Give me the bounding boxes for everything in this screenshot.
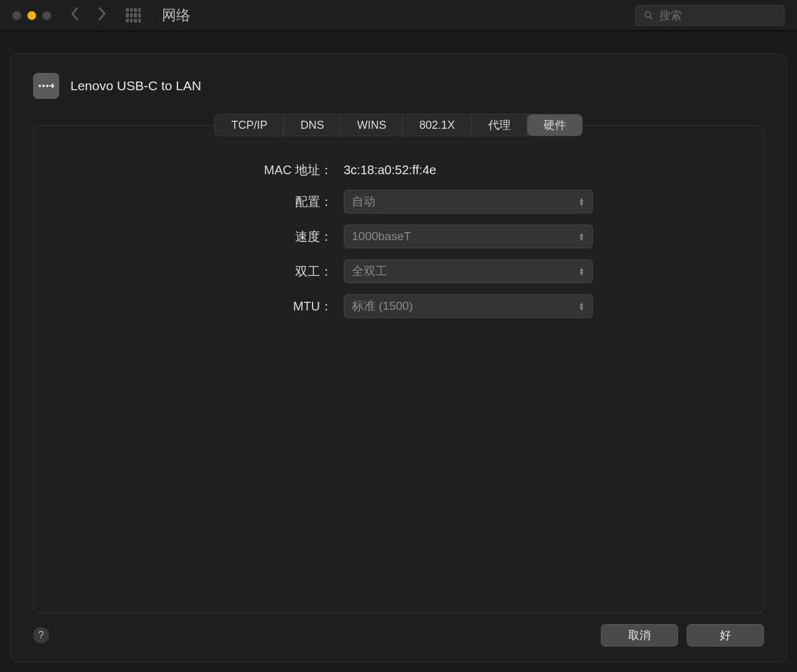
ok-button[interactable]: 好 <box>687 624 764 646</box>
svg-point-4 <box>46 85 49 87</box>
tab-proxy[interactable]: 代理 <box>472 114 527 136</box>
tab-dns[interactable]: DNS <box>284 114 341 136</box>
tab-tcpip[interactable]: TCP/IP <box>215 114 284 136</box>
svg-point-0 <box>645 12 651 17</box>
zoom-window-button[interactable] <box>42 11 51 20</box>
footer: ? 取消 好 <box>33 624 764 646</box>
close-window-button[interactable] <box>12 11 21 20</box>
search-placeholder: 搜索 <box>659 8 682 23</box>
settings-panel: Lenovo USB-C to LAN TCP/IP DNS WINS 802.… <box>10 54 787 662</box>
svg-line-1 <box>650 17 653 19</box>
mtu-select[interactable]: 标准 (1500) ▲▼ <box>344 294 593 318</box>
speed-select[interactable]: 1000baseT ▲▼ <box>344 225 593 248</box>
updown-icon: ▲▼ <box>578 267 585 276</box>
window-title: 网络 <box>162 6 635 25</box>
mtu-label: MTU： <box>59 298 332 315</box>
help-button[interactable]: ? <box>33 627 49 643</box>
cancel-button[interactable]: 取消 <box>601 624 678 646</box>
svg-point-2 <box>39 85 41 87</box>
forward-button[interactable] <box>97 6 107 24</box>
tab-wins[interactable]: WINS <box>341 114 403 136</box>
updown-icon: ▲▼ <box>578 302 585 310</box>
tab-content: MAC 地址： 3c:18:a0:52:ff:4e 配置： 自动 ▲▼ 速度： … <box>33 125 764 613</box>
device-name: Lenovo USB-C to LAN <box>70 78 201 93</box>
updown-icon: ▲▼ <box>578 232 585 241</box>
show-all-button[interactable] <box>126 8 141 23</box>
speed-value: 1000baseT <box>352 230 411 243</box>
title-bar: 网络 搜索 <box>0 0 797 31</box>
minimize-window-button[interactable] <box>27 11 36 20</box>
mtu-value: 标准 (1500) <box>352 298 413 314</box>
tabs: TCP/IP DNS WINS 802.1X 代理 硬件 <box>214 114 582 136</box>
configure-label: 配置： <box>59 194 332 210</box>
duplex-label: 双工： <box>59 263 332 280</box>
search-input[interactable]: 搜索 <box>635 5 785 26</box>
nav-arrows <box>70 6 107 24</box>
mac-address-value: 3c:18:a0:52:ff:4e <box>344 163 436 177</box>
tab-hardware[interactable]: 硬件 <box>527 114 582 136</box>
svg-point-3 <box>42 85 45 87</box>
tab-8021x[interactable]: 802.1X <box>403 114 471 136</box>
device-header: Lenovo USB-C to LAN <box>33 73 764 99</box>
updown-icon: ▲▼ <box>578 197 585 206</box>
search-icon <box>643 10 654 21</box>
configure-select[interactable]: 自动 ▲▼ <box>344 190 593 213</box>
duplex-value: 全双工 <box>352 263 387 279</box>
traffic-lights <box>12 11 51 20</box>
duplex-select[interactable]: 全双工 ▲▼ <box>344 259 593 283</box>
back-button[interactable] <box>70 6 80 24</box>
mac-address-label: MAC 地址： <box>59 162 332 179</box>
configure-value: 自动 <box>352 194 375 210</box>
ethernet-icon <box>33 73 59 99</box>
speed-label: 速度： <box>59 228 332 245</box>
